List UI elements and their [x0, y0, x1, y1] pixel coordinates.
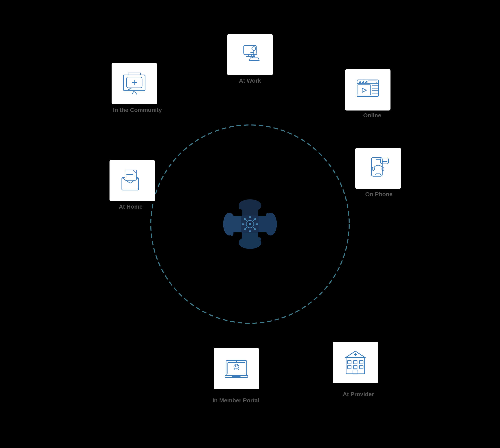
svg-rect-17: [225, 218, 231, 221]
svg-rect-19: [225, 226, 231, 229]
svg-line-57: [254, 54, 255, 58]
svg-point-21: [230, 231, 233, 236]
in-community-card: [112, 63, 157, 104]
svg-point-64: [359, 81, 361, 83]
svg-rect-92: [359, 365, 363, 369]
svg-point-65: [362, 81, 364, 83]
svg-point-42: [242, 224, 243, 225]
svg-rect-76: [376, 174, 381, 175]
svg-rect-88: [348, 365, 351, 369]
at-home-label: At Home: [119, 204, 143, 210]
svg-rect-77: [372, 167, 374, 170]
svg-rect-89: [354, 360, 357, 364]
svg-rect-10: [243, 241, 247, 247]
center-image: [209, 187, 291, 261]
svg-rect-24: [269, 218, 275, 221]
on-phone-label: On Phone: [365, 191, 393, 198]
svg-rect-93: [353, 370, 358, 374]
svg-rect-12: [252, 241, 255, 248]
in-community-label: In the Community: [112, 107, 163, 113]
at-provider-icon: [343, 350, 368, 375]
svg-rect-11: [247, 242, 251, 249]
svg-rect-68: [358, 85, 371, 95]
online-label: Online: [363, 112, 381, 119]
svg-point-95: [236, 361, 237, 362]
svg-rect-13: [256, 241, 259, 246]
svg-point-66: [365, 81, 367, 83]
at-provider-card: [333, 342, 378, 383]
at-work-icon: [238, 42, 262, 67]
svg-rect-90: [354, 365, 357, 369]
svg-point-44: [244, 218, 245, 220]
svg-rect-26: [269, 226, 276, 229]
svg-point-47: [244, 229, 245, 230]
svg-point-41: [249, 230, 251, 232]
svg-marker-116: [128, 88, 132, 90]
svg-rect-18: [224, 222, 231, 225]
at-provider-label: At Provider: [343, 391, 374, 398]
svg-line-108: [132, 91, 134, 94]
online-card: [345, 69, 390, 111]
in-community-icon: [122, 71, 147, 96]
svg-rect-87: [348, 360, 351, 364]
svg-point-31: [249, 223, 251, 225]
svg-line-60: [258, 58, 259, 60]
in-member-portal-label: In Member Portal: [212, 397, 259, 404]
svg-rect-3: [243, 201, 247, 208]
in-member-portal-icon: [224, 356, 249, 381]
svg-line-55: [250, 52, 254, 53]
at-work-label: At Work: [239, 78, 261, 84]
svg-rect-79: [381, 158, 388, 164]
at-work-card: [227, 34, 273, 75]
svg-rect-91: [359, 360, 363, 364]
svg-marker-69: [362, 88, 366, 92]
svg-rect-6: [256, 202, 259, 208]
diagram-container: At Work Online: [105, 28, 395, 420]
svg-line-109: [134, 91, 137, 94]
svg-rect-27: [269, 229, 274, 232]
svg-rect-4: [247, 200, 251, 208]
svg-point-14: [257, 237, 261, 241]
svg-point-28: [266, 213, 269, 218]
center-hands-icon: [209, 185, 291, 263]
svg-rect-67: [368, 81, 377, 83]
on-phone-card: [355, 148, 401, 189]
online-icon: [355, 78, 380, 102]
svg-point-46: [255, 218, 256, 220]
at-home-icon: [120, 168, 145, 193]
svg-line-59: [250, 58, 250, 60]
at-home-card: [110, 160, 155, 201]
in-member-portal-card: [214, 348, 259, 389]
svg-rect-25: [270, 222, 277, 225]
svg-point-7: [239, 206, 243, 209]
svg-point-52: [252, 47, 256, 50]
svg-point-45: [255, 229, 256, 230]
svg-point-98: [235, 365, 237, 367]
svg-rect-5: [252, 201, 255, 208]
on-phone-icon: [366, 156, 390, 181]
svg-point-40: [249, 216, 251, 218]
svg-point-43: [257, 224, 258, 225]
